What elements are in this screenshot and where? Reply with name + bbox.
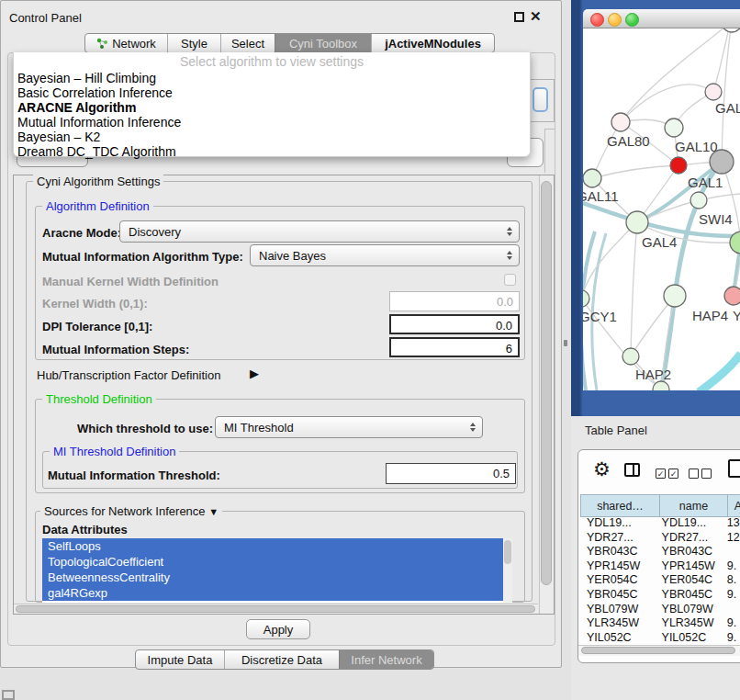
column-header-clipped[interactable]: A (727, 494, 740, 517)
settings-horizontal-scrollbar-thumb[interactable] (16, 605, 535, 613)
tab-select[interactable]: Select (220, 34, 275, 52)
control-panel-title: Control Panel (9, 11, 82, 25)
network-node[interactable] (622, 348, 639, 365)
network-node[interactable] (626, 211, 648, 233)
table-row[interactable]: YDL19...YDL19...13 (579, 516, 740, 531)
algorithm-dropdown-popup: Select algorithm to view settings Bayesi… (13, 52, 531, 157)
mi-steps-label: Mutual Information Steps: (42, 343, 189, 356)
focused-combo-stepper (533, 87, 548, 112)
table-row[interactable]: YPR145WYPR145W9. (579, 559, 740, 574)
float-window-icon[interactable] (514, 12, 524, 22)
mi-steps-field[interactable]: 6 (389, 337, 520, 357)
tab-network-label: Network (112, 37, 156, 51)
data-attributes-label: Data Attributes (42, 523, 128, 536)
network-node[interactable] (722, 28, 740, 32)
network-node[interactable] (664, 285, 686, 307)
network-node[interactable] (583, 169, 601, 187)
split-columns-icon[interactable] (624, 463, 640, 477)
corner-grip[interactable] (2, 690, 15, 700)
network-node[interactable] (665, 119, 683, 137)
table-row[interactable]: YBR043CYBR043C (579, 545, 740, 559)
attribute-list-item[interactable]: gal4RGexp (42, 585, 503, 601)
table-row[interactable]: YBL079WYBL079W (579, 603, 740, 617)
settings-vertical-scrollbar-thumb[interactable] (541, 181, 552, 585)
deselect-all-icon[interactable] (701, 469, 712, 479)
algorithm-definition-legend: Algorithm Definition (42, 199, 153, 213)
column-header-shared-name[interactable]: shared… (580, 494, 660, 517)
network-node[interactable] (705, 84, 722, 100)
table-row[interactable]: YDR27...YDR27...12 (579, 531, 740, 546)
kernel-width-field[interactable]: 0.0 (389, 291, 520, 311)
tab-discretize-data[interactable]: Discretize Data (224, 650, 339, 669)
node-label: GAL1 (688, 175, 723, 190)
splitter-handle[interactable] (564, 340, 567, 346)
table-row[interactable]: YLR345WYLR345W9. (579, 616, 740, 631)
network-node[interactable] (670, 157, 687, 174)
node-label: GAL10 (675, 139, 718, 154)
node-label: Y (733, 308, 740, 323)
mi-algorithm-type-combo[interactable]: Naive Bayes (250, 244, 520, 266)
tab-impute-data[interactable]: Impute Data (136, 650, 224, 669)
table-row[interactable]: YBR045CYBR045C9. (579, 588, 740, 603)
tab-cyni-toolbox[interactable]: Cyni Toolbox (275, 34, 371, 52)
network-canvas[interactable]: GALGAL80GAL10GAL1GAL11SWI4GAL4GCY1HAP4YH… (583, 28, 740, 390)
table-header-row: shared… name A (578, 494, 740, 516)
network-window-titlebar[interactable] (583, 9, 740, 28)
dropdown-item[interactable]: Bayesian – Hill Climbing (14, 71, 530, 85)
node-label: HAP2 (635, 367, 671, 382)
node-label: GCY1 (583, 309, 617, 324)
minimize-button[interactable] (608, 13, 622, 27)
zoom-button[interactable] (625, 13, 639, 27)
deselect-all-icon[interactable] (689, 469, 699, 479)
table-row[interactable]: YER054CYER054C8. (579, 573, 740, 588)
gear-icon[interactable]: ⚙ (593, 458, 611, 480)
table-panel-title: Table Panel (585, 423, 647, 437)
hub-definition-label[interactable]: Hub/Transcription Factor Definition (37, 368, 220, 382)
which-threshold-combo[interactable]: MI Threshold (215, 416, 483, 438)
node-label: HAP4 (692, 308, 728, 323)
dropdown-item[interactable]: Mutual Information Inference (14, 115, 530, 130)
dropdown-item[interactable]: Bayesian – K2 (14, 130, 530, 144)
tab-network[interactable]: Network (85, 34, 167, 52)
combo-stepper-icon (507, 227, 512, 236)
which-threshold-label: Which threshold to use: (77, 422, 213, 435)
mi-threshold-definition-legend: MI Threshold Definition (50, 445, 179, 458)
table-horizontal-scrollbar-thumb[interactable] (581, 647, 735, 654)
table-row[interactable]: YIL052CYIL052C9. (579, 631, 740, 645)
attribute-list-item[interactable]: BetweennessCentrality (42, 570, 503, 585)
select-all-icon[interactable]: ✓ (668, 469, 678, 479)
close-button[interactable] (590, 13, 604, 27)
dropdown-item[interactable]: Basic Correlation Inference (14, 85, 530, 100)
threshold-definition-legend: Threshold Definition (42, 392, 156, 406)
dpi-tolerance-field[interactable]: 0.0 (389, 314, 520, 334)
new-document-icon[interactable] (728, 459, 740, 478)
mi-threshold-label: Mutual Information Threshold: (48, 469, 220, 482)
column-header-name[interactable]: name (659, 494, 728, 517)
data-attributes-list[interactable]: SelfLoopsTopologicalCoefficientBetweenne… (42, 538, 503, 603)
manual-kernel-width-checkbox[interactable] (504, 274, 516, 286)
attributes-list-scrollbar-thumb[interactable] (504, 540, 511, 564)
dropdown-item-list: Bayesian – Hill ClimbingBasic Correlatio… (14, 71, 530, 159)
dropdown-placeholder: Select algorithm to view settings (14, 52, 530, 71)
network-node[interactable] (583, 290, 589, 307)
network-node[interactable] (690, 192, 707, 209)
tab-jactivemnodules[interactable]: jActiveMNodules (371, 34, 494, 52)
attribute-list-item[interactable]: SelfLoops (42, 538, 503, 554)
dropdown-item[interactable]: ARACNE Algorithm (14, 100, 530, 115)
tab-infer-network[interactable]: Infer Network (339, 650, 433, 669)
expand-arrow-icon[interactable]: ▼ (208, 506, 219, 517)
network-node[interactable] (611, 113, 630, 131)
attribute-list-item[interactable]: TopologicalCoefficient (42, 554, 503, 570)
mi-threshold-field[interactable]: 0.5 (386, 463, 516, 484)
node-label: GAL4 (642, 234, 677, 250)
apply-button[interactable]: Apply (246, 619, 310, 639)
aracne-mode-combo[interactable]: Discovery (119, 220, 520, 243)
close-icon[interactable]: ✕ (530, 8, 542, 25)
network-node[interactable] (724, 287, 740, 305)
sources-legend: Sources for Network Inference ▼ (40, 504, 222, 518)
collapse-arrow-icon[interactable]: ▶ (250, 367, 259, 380)
tab-style[interactable]: Style (167, 34, 220, 52)
dropdown-item[interactable]: Dream8 DC_TDC Algorithm (14, 144, 530, 159)
network-node[interactable] (710, 150, 734, 174)
select-all-icon[interactable]: ✓ (656, 469, 666, 479)
